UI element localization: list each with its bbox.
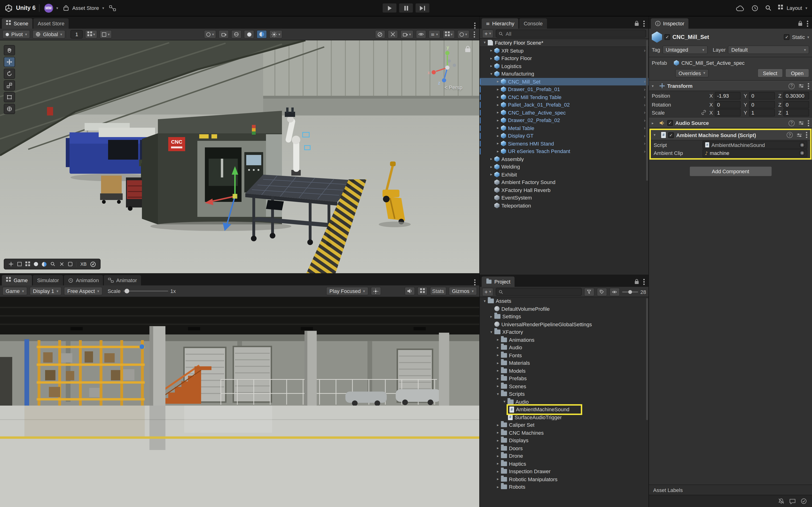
- component-menu-kebab-icon[interactable]: [808, 122, 809, 124]
- tab-inspector[interactable]: Inspector: [651, 18, 689, 29]
- expand-arrow-icon[interactable]: ▸: [495, 431, 501, 435]
- hierarchy-item[interactable]: EventSystem: [480, 194, 649, 202]
- rect-tool-button[interactable]: [4, 92, 15, 102]
- scale-slider[interactable]: [123, 291, 168, 291]
- hierarchy-item[interactable]: ▸CNC_Lathe_Active_spec›: [480, 109, 649, 116]
- component-enabled-checkbox[interactable]: ✓: [668, 132, 674, 138]
- expand-arrow-icon[interactable]: ▸: [495, 134, 501, 138]
- hierarchy-item[interactable]: ▸Exhibit: [480, 171, 649, 178]
- expand-arrow-icon[interactable]: ▸: [488, 157, 494, 161]
- project-item[interactable]: ▾Scripts: [480, 390, 649, 398]
- hierarchy-item[interactable]: ▸XR Setup›: [480, 47, 649, 54]
- project-search-input[interactable]: [496, 288, 581, 296]
- project-item[interactable]: ▸Prefabs: [480, 375, 649, 382]
- component-menu-kebab-icon[interactable]: [806, 134, 807, 136]
- expand-arrow-icon[interactable]: ▸: [488, 315, 494, 319]
- object-picker-icon[interactable]: ◉: [799, 142, 805, 148]
- transform-component-header[interactable]: ▾ Transform ?: [649, 81, 812, 91]
- multiplayer-connect-button[interactable]: [109, 5, 116, 11]
- mute-audio-button[interactable]: [404, 287, 415, 295]
- project-item[interactable]: UniversalRenderPipelineGlobalSettings: [480, 320, 649, 328]
- tab-project[interactable]: Project: [481, 277, 515, 287]
- expand-arrow-icon[interactable]: ▸: [495, 477, 501, 482]
- project-item[interactable]: ▸Drone: [480, 452, 649, 460]
- audio-toggle-button[interactable]: [257, 30, 267, 39]
- static-checkbox[interactable]: ✓: [784, 34, 790, 40]
- history-icon[interactable]: [751, 4, 758, 11]
- overlay-sphere-icon[interactable]: [34, 262, 38, 266]
- pivot-dropdown[interactable]: Pivot▾: [2, 30, 30, 39]
- rotation-y-field[interactable]: 0: [749, 101, 775, 108]
- hierarchy-search-input[interactable]: All: [496, 30, 646, 38]
- asset-store-menu[interactable]: Asset Store ▾: [63, 5, 104, 11]
- 2d-toggle-button[interactable]: [219, 30, 229, 39]
- hierarchy-scrollbar[interactable]: [646, 40, 648, 181]
- lock-icon[interactable]: [635, 279, 639, 284]
- cut-tool-button[interactable]: [388, 30, 398, 39]
- cloud-icon[interactable]: [736, 5, 745, 11]
- project-item[interactable]: ▸Animations: [480, 336, 649, 344]
- overlay-translate-icon[interactable]: [59, 262, 64, 267]
- project-item[interactable]: ▸CNC Machines: [480, 429, 649, 437]
- stats-button[interactable]: Stats: [430, 287, 446, 295]
- camera-settings-dropdown[interactable]: ▾: [400, 30, 413, 39]
- tab-game[interactable]: Game: [2, 275, 32, 285]
- perspective-label[interactable]: < Persp: [445, 84, 462, 90]
- gizmos-dropdown[interactable]: ▾: [457, 30, 469, 39]
- icon-size-slider[interactable]: [622, 291, 638, 292]
- filter-label-button[interactable]: [597, 288, 607, 296]
- scene-viewport[interactable]: CNC: [0, 40, 479, 273]
- pan-tool-button[interactable]: [4, 45, 15, 55]
- overrides-dropdown[interactable]: Overrides▾: [675, 69, 708, 77]
- expand-arrow-icon[interactable]: ▾: [501, 400, 507, 404]
- hierarchy-item-selected[interactable]: ▸CNC_Mill_Set›: [480, 78, 649, 86]
- scene-visibility-button[interactable]: [416, 30, 426, 39]
- help-icon[interactable]: ?: [789, 120, 795, 126]
- prefab-name[interactable]: CNC_Mill_Set_Active_spec: [681, 60, 745, 66]
- search-icon[interactable]: [765, 5, 772, 11]
- foldout-arrow-icon[interactable]: ▾: [652, 84, 657, 88]
- tab-animator[interactable]: Animator: [104, 275, 141, 285]
- scale-x-field[interactable]: 1: [715, 109, 741, 116]
- tab-animation[interactable]: Animation: [64, 275, 103, 285]
- audio-source-component-header[interactable]: ▸ ✓ Audio Source ?: [649, 118, 812, 128]
- expand-arrow-icon[interactable]: ▸: [495, 79, 501, 84]
- hierarchy-item[interactable]: ▸Drawer_01_Prefab_01›: [480, 86, 649, 93]
- layer-dropdown[interactable]: Default▾: [728, 46, 809, 54]
- overlay-compass-icon[interactable]: [91, 261, 96, 267]
- skybox-toggle-button[interactable]: [232, 30, 242, 39]
- overlays-dropdown[interactable]: ≡▾: [428, 30, 440, 39]
- tab-simulator[interactable]: Simulator: [33, 275, 63, 285]
- prefab-chevron-icon[interactable]: ›: [644, 125, 646, 131]
- effects-dropdown[interactable]: ▾: [269, 30, 283, 39]
- project-item[interactable]: ▸Audio: [480, 344, 649, 351]
- project-item[interactable]: ▸Fonts: [480, 351, 649, 359]
- expand-arrow-icon[interactable]: ▾: [495, 392, 501, 396]
- hierarchy-item[interactable]: ▸Metal Table›: [480, 124, 649, 132]
- tag-dropdown[interactable]: Untagged▾: [663, 46, 708, 54]
- foldout-arrow-icon[interactable]: ▸: [652, 121, 657, 125]
- hierarchy-item[interactable]: ▸CNC Mill Tending Table›: [480, 93, 649, 101]
- chat-icon[interactable]: [790, 498, 796, 504]
- transform-tool-button[interactable]: [4, 104, 15, 114]
- scale-tool-button[interactable]: [4, 80, 15, 91]
- expand-arrow-icon[interactable]: ▾: [488, 330, 494, 334]
- prefab-chevron-icon[interactable]: ›: [644, 87, 646, 92]
- rotate-tool-button[interactable]: [4, 68, 15, 79]
- grid-visibility-dropdown[interactable]: ▾: [443, 30, 455, 39]
- expand-arrow-icon[interactable]: ▸: [495, 423, 501, 427]
- expand-arrow-icon[interactable]: ▸: [488, 172, 494, 177]
- expand-arrow-icon[interactable]: ▸: [495, 485, 501, 489]
- global-dropdown[interactable]: Global▾: [33, 30, 65, 39]
- step-button[interactable]: [415, 3, 430, 13]
- expand-arrow-icon[interactable]: ▾: [481, 41, 488, 45]
- project-item[interactable]: ▾Assets: [480, 297, 649, 305]
- hierarchy-item[interactable]: ▸Factory Floor: [480, 54, 649, 62]
- overlay-material-icon[interactable]: [42, 262, 47, 266]
- project-item[interactable]: ▸Displays: [480, 437, 649, 444]
- expand-arrow-icon[interactable]: ▸: [495, 345, 501, 350]
- project-scrollbar[interactable]: [646, 298, 648, 420]
- project-item[interactable]: ▸Haptics: [480, 460, 649, 467]
- expand-arrow-icon[interactable]: ▸: [495, 126, 501, 130]
- panel-menu-kebab-icon[interactable]: [807, 23, 808, 24]
